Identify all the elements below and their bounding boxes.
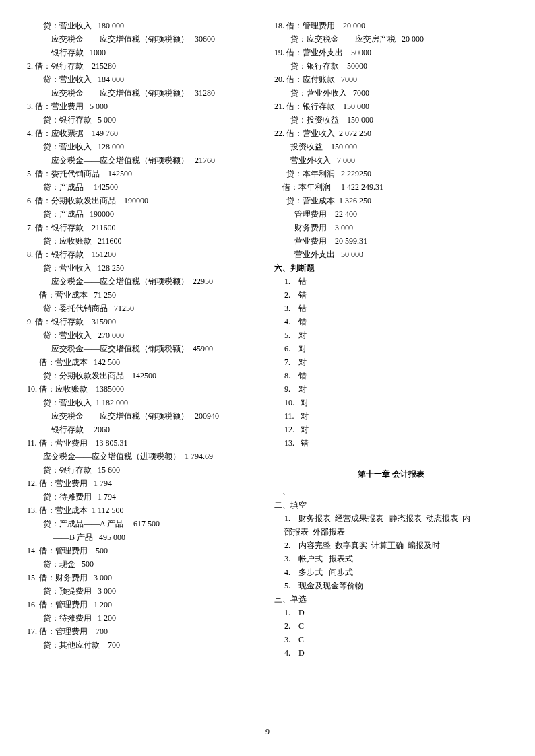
judge-item: 4. 错 — [274, 315, 508, 329]
rightTop-line: 贷：营业成本 1 326 250 — [274, 194, 508, 207]
right-column: 18. 借：管理费用 20 000 贷：应交税金——应交房产税 20 00019… — [268, 19, 508, 660]
left-line: 5. 借：委托代销商品 142500 — [27, 167, 261, 180]
left-line: 4. 借：应收票据 149 760 — [27, 127, 261, 140]
left-line: ——B 产品 495 000 — [27, 530, 261, 544]
judge-item: 7. 对 — [274, 355, 508, 369]
left-line: 贷：营业收入 184 000 — [27, 73, 261, 86]
left-line: 贷：待摊费用 1 794 — [27, 490, 261, 504]
fill-item: 部报表 外部报表 — [274, 525, 508, 539]
left-line: 贷：应收账款 211600 — [27, 234, 261, 248]
fill-item: 4. 多步式 间步式 — [274, 565, 508, 579]
rightTop-line: 21. 借：银行存款 150 000 — [274, 100, 508, 113]
chapter-title: 第十一章 会计报表 — [274, 467, 508, 481]
fill-item: 1. 财务报表 经营成果报表 静态报表 动态报表 内 — [274, 512, 508, 525]
left-line: 借：营业成本 142 500 — [27, 355, 261, 369]
judge-title: 六、判断题 — [274, 261, 508, 275]
left-line: 8. 借：银行存款 151200 — [27, 248, 261, 261]
left-line: 贷：营业收入 1 182 000 — [27, 396, 261, 409]
rightTop-line: 管理费用 22 400 — [274, 207, 508, 221]
judge-item: 10. 对 — [274, 396, 508, 409]
left-line: 应交税金——应交增值税（销项税额） 30600 — [27, 32, 261, 46]
rightTop-line: 贷：本年利润 2 229250 — [274, 167, 508, 180]
left-line: 3. 借：营业费用 5 000 — [27, 100, 261, 113]
left-line: 应交税金——应交增值税（销项税额） 200940 — [27, 409, 261, 423]
single-item: 2. C — [274, 619, 508, 633]
left-line: 贷：营业收入 180 000 — [27, 19, 261, 32]
left-line: 13. 借：营业成本 1 112 500 — [27, 504, 261, 517]
left-line: 银行存款 1000 — [27, 46, 261, 59]
left-line: 贷：银行存款 15 600 — [27, 463, 261, 477]
left-line: 7. 借：银行存款 211600 — [27, 221, 261, 234]
fill-item: 5. 现金及现金等价物 — [274, 579, 508, 592]
page-number: 9 — [0, 727, 535, 737]
page-content: 贷：营业收入 180 000 应交税金——应交增值税（销项税额） 30600 银… — [0, 0, 535, 660]
rightTop-line: 借：本年利润 1 422 249.31 — [274, 180, 508, 194]
rightTop-line: 营业费用 20 599.31 — [274, 234, 508, 248]
left-line: 应交税金——应交增值税（销项税额） 45900 — [27, 342, 261, 355]
section-one: 一、 — [274, 485, 508, 498]
left-line: 12. 借：营业费用 1 794 — [27, 477, 261, 490]
left-line: 贷：产成品 142500 — [27, 180, 261, 194]
left-line: 贷：营业收入 128 000 — [27, 140, 261, 153]
judge-item: 2. 错 — [274, 288, 508, 302]
rightTop-line: 19. 借：营业外支出 50000 — [274, 46, 508, 59]
left-line: 17. 借：管理费用 700 — [27, 625, 261, 638]
left-line: 贷：预提费用 3 000 — [27, 584, 261, 598]
single-item: 1. D — [274, 606, 508, 619]
rightTop-line: 18. 借：管理费用 20 000 — [274, 19, 508, 32]
judge-item: 12. 对 — [274, 423, 508, 436]
left-line: 贷：银行存款 5 000 — [27, 113, 261, 127]
left-line: 贷：待摊费用 1 200 — [27, 611, 261, 625]
judge-item: 6. 对 — [274, 342, 508, 355]
left-line: 2. 借：银行存款 215280 — [27, 59, 261, 73]
rightTop-line: 贷：应交税金——应交房产税 20 000 — [274, 32, 508, 46]
rightTop-line: 投资收益 150 000 — [274, 140, 508, 153]
judge-item: 9. 对 — [274, 382, 508, 396]
rightTop-line: 营业外收入 7 000 — [274, 153, 508, 167]
left-column: 贷：营业收入 180 000 应交税金——应交增值税（销项税额） 30600 银… — [27, 19, 268, 660]
section-two: 二、填空 — [274, 498, 508, 512]
left-line: 贷：营业收入 270 000 — [27, 329, 261, 342]
left-line: 应交税金——应交增值税（销项税额） 21760 — [27, 153, 261, 167]
left-line: 应交税金——应交增值税（进项税额） 1 794.69 — [27, 450, 261, 463]
left-line: 应交税金——应交增值税（销项税额） 22950 — [27, 275, 261, 288]
left-line: 贷：营业收入 128 250 — [27, 261, 261, 275]
left-line: 贷：委托代销商品 71250 — [27, 302, 261, 315]
rightTop-line: 20. 借：应付账款 7000 — [274, 73, 508, 86]
rightTop-line: 贷：投资收益 150 000 — [274, 113, 508, 127]
judge-item: 13. 错 — [274, 436, 508, 450]
rightTop-line: 贷：营业外收入 7000 — [274, 86, 508, 100]
left-line: 贷：其他应付款 700 — [27, 638, 261, 652]
left-line: 16. 借：管理费用 1 200 — [27, 598, 261, 611]
left-line: 14. 借：管理费用 500 — [27, 544, 261, 557]
section-three: 三、单选 — [274, 592, 508, 606]
left-line: 借：营业成本 71 250 — [27, 288, 261, 302]
fill-item: 3. 帐户式 报表式 — [274, 552, 508, 565]
left-line: 9. 借：银行存款 315900 — [27, 315, 261, 329]
judge-item: 8. 错 — [274, 369, 508, 382]
left-line: 10. 借：应收账款 1385000 — [27, 382, 261, 396]
left-line: 11. 借：营业费用 13 805.31 — [27, 436, 261, 450]
fill-item: 2. 内容完整 数字真实 计算正确 编报及时 — [274, 539, 508, 552]
left-line: 贷：分期收款发出商品 142500 — [27, 369, 261, 382]
rightTop-line: 22. 借：营业收入 2 072 250 — [274, 127, 508, 140]
left-line: 贷：现金 500 — [27, 557, 261, 571]
judge-item: 1. 错 — [274, 275, 508, 288]
judge-item: 3. 错 — [274, 302, 508, 315]
single-item: 4. D — [274, 646, 508, 660]
single-item: 3. C — [274, 633, 508, 646]
judge-item: 11. 对 — [274, 409, 508, 423]
rightTop-line: 贷：银行存款 50000 — [274, 59, 508, 73]
left-line: 贷：产成品 190000 — [27, 207, 261, 221]
judge-item: 5. 对 — [274, 329, 508, 342]
left-line: 应交税金——应交增值税（销项税额） 31280 — [27, 86, 261, 100]
rightTop-line: 营业外支出 50 000 — [274, 248, 508, 261]
left-line: 银行存款 2060 — [27, 423, 261, 436]
rightTop-line: 财务费用 3 000 — [274, 221, 508, 234]
left-line: 15. 借：财务费用 3 000 — [27, 571, 261, 584]
left-line: 贷：产成品——A 产品 617 500 — [27, 517, 261, 530]
left-line: 6. 借：分期收款发出商品 190000 — [27, 194, 261, 207]
